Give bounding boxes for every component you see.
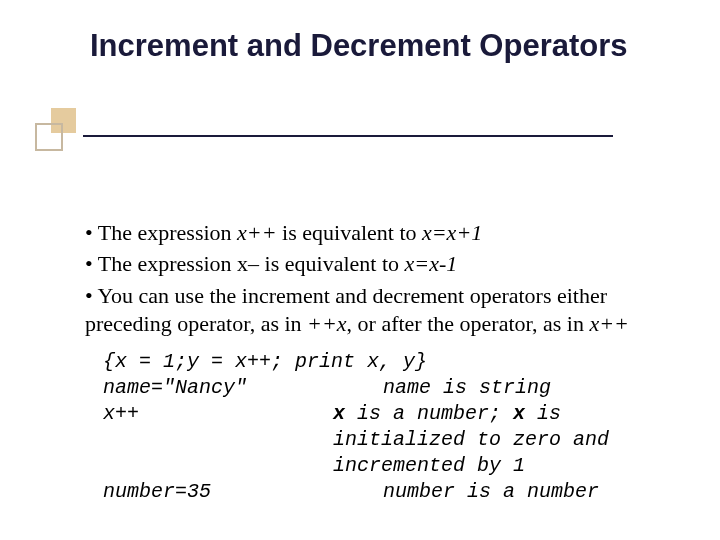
title-decoration: [35, 105, 615, 155]
code-x-bold-2: x: [513, 402, 525, 425]
bullet-2-expr: x=x-1: [405, 251, 458, 276]
bullet-1-expr-a: x++: [237, 220, 276, 245]
code-row-xpp: x++ x is a number; x is: [103, 401, 670, 427]
code-name-left: name="Nancy": [103, 375, 333, 401]
bullet-3: • You can use the increment and decremen…: [85, 282, 670, 339]
bullet-3-expr-a: ++x: [307, 311, 346, 336]
bullet-1: • The expression x++ is equivalent to x=…: [85, 219, 670, 248]
code-xpp-right-2: initialized to zero and: [333, 427, 670, 453]
bullet-3-expr-b: x++: [589, 311, 628, 336]
code-number-right: number is a number: [333, 479, 670, 505]
code-xpp-mid: is a number;: [345, 402, 513, 425]
deco-underline: [83, 135, 613, 137]
slide-title: Increment and Decrement Operators: [90, 28, 720, 64]
code-row-number: number=35 number is a number: [103, 479, 670, 505]
code-xpp-right-3: incremented by 1: [333, 453, 670, 479]
bullet-3-text-b: , or after the operator, as in: [347, 311, 590, 336]
code-row-xpp-cont1: initialized to zero and: [103, 427, 670, 453]
code-xpp-end: is: [525, 402, 561, 425]
code-line-1: {x = 1;y = x++; print x, y}: [103, 349, 670, 375]
bullet-1-expr-b: x=x+1: [422, 220, 482, 245]
code-row-xpp-cont2: incremented by 1: [103, 453, 670, 479]
bullet-2-text-a: • The expression x– is equivalent to: [85, 251, 405, 276]
code-x-bold-1: x: [333, 402, 345, 425]
bullet-1-text-a: • The expression: [85, 220, 237, 245]
bullet-2: • The expression x– is equivalent to x=x…: [85, 250, 670, 279]
code-number-left: number=35: [103, 479, 333, 505]
slide-header: Increment and Decrement Operators: [0, 0, 720, 64]
code-xpp-left: x++: [103, 401, 333, 427]
code-example: {x = 1;y = x++; print x, y} name="Nancy"…: [85, 349, 670, 505]
code-xpp-right-1: x is a number; x is: [333, 401, 670, 427]
code-row-name: name="Nancy" name is string: [103, 375, 670, 401]
code-name-right: name is string: [333, 375, 670, 401]
deco-square-outline: [35, 123, 63, 151]
bullet-1-text-b: is equivalent to: [277, 220, 422, 245]
